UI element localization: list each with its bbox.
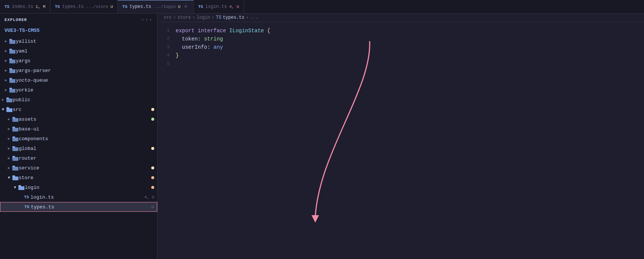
folder-icon bbox=[9, 58, 16, 63]
folder-icon bbox=[12, 117, 19, 122]
folder-open-icon bbox=[18, 185, 25, 190]
tab-types-login[interactable]: TS types.ts .../login U × bbox=[118, 0, 194, 13]
sidebar-item-components[interactable]: ▶ components bbox=[0, 134, 157, 144]
svg-rect-18 bbox=[12, 128, 18, 132]
tab-label: types.ts bbox=[129, 4, 151, 9]
sidebar-item-src[interactable]: ▼ src bbox=[0, 105, 157, 114]
svg-rect-19 bbox=[12, 127, 15, 128]
item-label: base-ui bbox=[19, 126, 157, 132]
chevron-down-icon: ▼ bbox=[6, 175, 12, 181]
tab-badge: U bbox=[110, 4, 113, 9]
svg-marker-32 bbox=[311, 215, 319, 223]
folder-icon bbox=[12, 126, 19, 132]
sidebar-item-yargs[interactable]: ▶ yargs bbox=[0, 56, 157, 66]
sidebar-item-yorkie[interactable]: ▶ yorkie bbox=[0, 85, 157, 95]
sidebar-item-login-ts[interactable]: ▶ TS login.ts 4, U bbox=[0, 192, 157, 202]
tab-label: types.ts bbox=[62, 4, 84, 9]
code-line-3: 3 userInfo: any bbox=[158, 43, 644, 51]
svg-rect-12 bbox=[6, 99, 12, 102]
code-line-1: 1 export interface ILoginState { bbox=[158, 27, 644, 35]
item-label: store bbox=[19, 175, 151, 181]
modified-dot-badge bbox=[151, 176, 154, 179]
sidebar-item-base-ui[interactable]: ▶ base-ui bbox=[0, 124, 157, 134]
tab-types-store[interactable]: TS types.ts .../store U bbox=[50, 0, 118, 13]
svg-rect-6 bbox=[9, 69, 15, 73]
modified-dot-badge bbox=[151, 118, 154, 121]
svg-rect-25 bbox=[12, 156, 15, 157]
line-content-1: export interface ILoginState { bbox=[176, 27, 270, 35]
folder-icon bbox=[12, 165, 19, 171]
line-content-4: } bbox=[176, 51, 179, 60]
line-content-2: token: string bbox=[176, 35, 223, 43]
sidebar-item-router[interactable]: ▶ router bbox=[0, 153, 157, 163]
folder-open-icon bbox=[6, 107, 13, 112]
item-label: yallist bbox=[16, 39, 157, 44]
tab-index-ts[interactable]: TS index.ts 1, M bbox=[0, 0, 50, 13]
sidebar-item-yocto-queue[interactable]: ▶ yocto-queue bbox=[0, 75, 157, 85]
file-badge: U bbox=[151, 205, 154, 209]
main-area: EXPLORER ··· VUE3-TS-CMS5 ▶ yallist ▶ bbox=[0, 13, 644, 259]
svg-rect-31 bbox=[18, 185, 21, 187]
tab-label: index.ts bbox=[12, 4, 33, 9]
sidebar-item-login-folder[interactable]: ▼ login bbox=[0, 183, 157, 192]
file-tree: ▶ yallist ▶ yaml ▶ bbox=[0, 36, 157, 259]
item-label: yargs-parser bbox=[16, 68, 157, 73]
chevron-right-icon: ▶ bbox=[6, 136, 12, 142]
svg-rect-17 bbox=[12, 117, 15, 118]
svg-rect-13 bbox=[6, 97, 9, 99]
code-editor[interactable]: 1 export interface ILoginState { 2 token… bbox=[158, 22, 644, 259]
sidebar-item-store[interactable]: ▼ store bbox=[0, 173, 157, 183]
item-label: public bbox=[13, 97, 157, 103]
chevron-right-icon: ▶ bbox=[6, 126, 12, 132]
sidebar: EXPLORER ··· VUE3-TS-CMS5 ▶ yallist ▶ bbox=[0, 13, 158, 259]
tab-label: login.ts bbox=[205, 4, 227, 9]
item-label: yocto-queue bbox=[16, 78, 157, 83]
tab-login-ts[interactable]: TS login.ts 4, U bbox=[194, 0, 244, 13]
sidebar-item-public[interactable]: ▶ public bbox=[0, 95, 157, 105]
breadcrumb-src: src bbox=[164, 15, 172, 20]
sidebar-item-types-ts[interactable]: ▶ TS types.ts U bbox=[0, 202, 157, 212]
tab-close-button[interactable]: × bbox=[183, 4, 189, 10]
chevron-right-icon: ▶ bbox=[6, 116, 12, 122]
modified-dot-badge bbox=[151, 166, 154, 169]
chevron-right-icon: ▶ bbox=[3, 77, 9, 83]
sidebar-dots-button[interactable]: ··· bbox=[141, 16, 153, 23]
sidebar-header: EXPLORER ··· bbox=[0, 13, 157, 26]
svg-rect-24 bbox=[12, 157, 18, 161]
svg-rect-28 bbox=[12, 177, 18, 180]
svg-rect-9 bbox=[9, 78, 12, 79]
svg-rect-8 bbox=[9, 79, 15, 83]
sidebar-item-global[interactable]: ▶ global bbox=[0, 144, 157, 153]
svg-rect-4 bbox=[9, 60, 15, 63]
chevron-right-icon: ▶ bbox=[6, 145, 12, 151]
breadcrumb-store: store bbox=[178, 15, 191, 20]
tab-badge: 4, U bbox=[229, 4, 239, 9]
sidebar-item-service[interactable]: ▶ service bbox=[0, 163, 157, 173]
svg-rect-23 bbox=[12, 146, 15, 148]
breadcrumb-filename: types.ts bbox=[223, 15, 245, 20]
ts-icon: TS bbox=[55, 4, 60, 9]
breadcrumb: src › store › login › TS types.ts › ... bbox=[158, 13, 644, 22]
line-number-3: 3 bbox=[158, 43, 176, 51]
breadcrumb-ellipsis: ... bbox=[250, 15, 258, 20]
svg-rect-3 bbox=[9, 49, 12, 50]
svg-rect-14 bbox=[6, 108, 12, 112]
item-label: yargs bbox=[16, 58, 157, 64]
folder-icon bbox=[6, 97, 13, 102]
svg-rect-16 bbox=[12, 118, 18, 122]
chevron-right-icon: ▶ bbox=[3, 87, 9, 93]
svg-rect-10 bbox=[9, 89, 15, 93]
sidebar-item-yaml[interactable]: ▶ yaml bbox=[0, 46, 157, 56]
tab-badge: U bbox=[178, 4, 181, 9]
svg-rect-2 bbox=[9, 50, 15, 54]
sidebar-item-yallist[interactable]: ▶ yallist bbox=[0, 36, 157, 46]
chevron-right-icon: ▶ bbox=[0, 97, 6, 103]
ts-icon: TS bbox=[5, 4, 9, 9]
sidebar-item-assets[interactable]: ▶ assets bbox=[0, 114, 157, 124]
sidebar-item-yargs-parser[interactable]: ▶ yargs-parser bbox=[0, 66, 157, 75]
folder-icon bbox=[12, 136, 19, 141]
item-label: router bbox=[19, 156, 157, 161]
breadcrumb-login: login bbox=[197, 15, 210, 20]
svg-rect-0 bbox=[9, 40, 15, 44]
ts-icon: TS bbox=[198, 4, 203, 9]
